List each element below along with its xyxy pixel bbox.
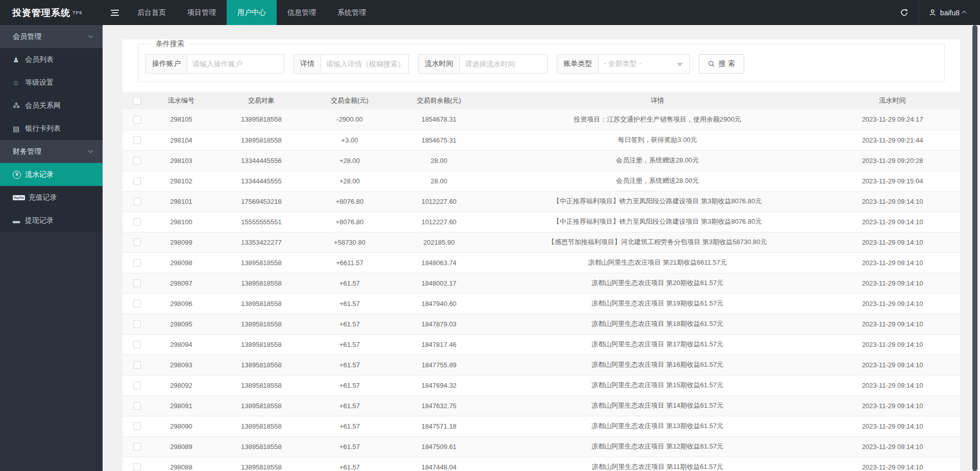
row-checkbox[interactable] xyxy=(133,463,141,471)
cell-amount: +61.57 xyxy=(311,355,388,375)
cell-detail: 凉都山阿里生态农庄项目 第16期收益61.57元 xyxy=(490,355,825,375)
chevron-down-icon xyxy=(88,148,93,153)
cell-amount: +61.57 xyxy=(311,314,388,334)
cell-account: 13895818558 xyxy=(211,416,311,436)
dropdown-arrow-icon xyxy=(677,63,683,66)
cell-amount: +8076.80 xyxy=(311,191,388,211)
sidebar-item-label: 充值记录 xyxy=(29,193,57,202)
nav-tab[interactable]: 系统管理 xyxy=(327,0,377,25)
cell-serial: 298088 xyxy=(151,457,211,471)
col-amount: 交易金额(元) xyxy=(311,92,388,109)
app-edition: TP6 xyxy=(72,10,83,15)
table-row: 298094 13895818558 +61.57 1847817.46 凉都山… xyxy=(122,334,960,355)
cell-detail: 【感恩节加推福利项目】河北建筑工程劳务分包项目 第3期收益58730.80元 xyxy=(490,232,825,252)
cell-balance: 1847571.18 xyxy=(388,416,490,436)
cell-detail: 凉都山阿里生态农庄项目 第17期收益61.57元 xyxy=(490,334,825,355)
cell-serial: 298097 xyxy=(151,273,211,293)
flow-time-input[interactable] xyxy=(460,54,548,74)
row-checkbox[interactable] xyxy=(133,259,141,267)
cell-amount: +61.57 xyxy=(311,416,388,436)
row-checkbox[interactable] xyxy=(133,300,141,308)
sidebar-item[interactable]: ▬ 提现记录 xyxy=(0,209,103,232)
row-checkbox[interactable] xyxy=(133,177,141,185)
row-checkbox[interactable] xyxy=(133,136,141,144)
cell-time: 2023-11-29 09:21:44 xyxy=(825,130,960,150)
sidebar-item[interactable]: ♟ 会员列表 xyxy=(0,48,103,71)
scrollbar-thumb[interactable] xyxy=(972,25,977,471)
table-row: 298105 13895818558 -2900.00 1854678.31 投… xyxy=(122,109,960,130)
operate-account-label: 操作账户 xyxy=(145,54,187,74)
row-checkbox[interactable] xyxy=(133,320,141,328)
cell-account: 13895818558 xyxy=(211,395,311,416)
cell-account: 13344445556 xyxy=(211,150,311,171)
cell-balance: 1847509.61 xyxy=(388,436,490,457)
col-time: 流水时间 xyxy=(825,92,960,109)
cell-serial: 298104 xyxy=(151,130,211,150)
cell-time: 2023-11-29 09:14:10 xyxy=(825,252,960,273)
cell-account: 17569453218 xyxy=(211,191,311,211)
row-checkbox[interactable] xyxy=(133,198,141,205)
sidebar-item[interactable]: ▤ 银行卡列表 xyxy=(0,117,103,140)
app-logo: 投资管理系统 TP6 xyxy=(0,0,103,25)
cell-serial: 298094 xyxy=(151,334,211,355)
sidebar-item-label: 提现记录 xyxy=(25,216,54,225)
user-menu[interactable]: baifu8 xyxy=(919,0,980,25)
detail-input[interactable] xyxy=(321,54,409,74)
search-button[interactable]: 搜 索 xyxy=(699,54,744,74)
cell-balance: 28.00 xyxy=(388,171,490,191)
row-checkbox[interactable] xyxy=(133,116,141,124)
row-checkbox[interactable] xyxy=(133,422,141,430)
search-conditions-fieldset: 条件搜索 操作账户 详情 流水时间 账单类型 - 全部类型 xyxy=(138,39,945,82)
cell-serial: 298092 xyxy=(151,375,211,395)
row-checkbox[interactable] xyxy=(133,279,141,287)
nav-tab[interactable]: 项目管理 xyxy=(177,0,227,25)
cell-time: 2023-11-29 09:20:28 xyxy=(825,150,960,171)
main-content: 条件搜索 操作账户 详情 流水时间 账单类型 - 全部类型 xyxy=(103,25,971,471)
sidebar-item[interactable]: ☆ 等级设置 xyxy=(0,71,103,94)
cell-serial: 298090 xyxy=(151,416,211,436)
cell-account: 13895818558 xyxy=(211,109,311,130)
sidebar-item[interactable]: ⁂ 会员关系网 xyxy=(0,94,103,117)
field-bill-type: 账单类型 - 全部类型 - xyxy=(557,54,690,74)
bill-type-select[interactable]: - 全部类型 - xyxy=(599,54,690,74)
cell-detail: 凉都山阿里生态农庄项目 第15期收益61.57元 xyxy=(490,375,825,395)
sidebar-item-label: 财务管理 xyxy=(13,147,41,156)
row-checkbox[interactable] xyxy=(133,218,141,226)
field-operate-account: 操作账户 xyxy=(145,54,284,74)
sidebar-item[interactable]: ¥ 流水记录 xyxy=(0,163,103,186)
nav-tab[interactable]: 用户中心 xyxy=(227,0,277,25)
hamburger-menu-icon[interactable] xyxy=(103,0,127,25)
cell-balance: 202185.90 xyxy=(388,232,490,252)
nav-tab[interactable]: 信息管理 xyxy=(277,0,327,25)
sidebar-item[interactable]: PayPal 充值记录 xyxy=(0,186,103,209)
row-checkbox[interactable] xyxy=(133,157,141,164)
table-row: 298101 17569453218 +8076.80 1012227.60 【… xyxy=(122,191,960,211)
cell-account: 13895818558 xyxy=(211,293,311,314)
row-checkbox[interactable] xyxy=(133,402,141,410)
cell-balance: 1848063.74 xyxy=(388,252,490,273)
cell-amount: +61.57 xyxy=(311,334,388,355)
cell-account: 13895818558 xyxy=(211,130,311,150)
cell-account: 13895818558 xyxy=(211,273,311,293)
operate-account-input[interactable] xyxy=(187,54,284,74)
table-row: 298090 13895818558 +61.57 1847571.18 凉都山… xyxy=(122,416,960,436)
flow-records-table: 流水编号 交易对象 交易金额(元) 交易前余额(元) 详情 流水时间 29810… xyxy=(122,92,960,471)
sidebar-item[interactable]: 会员管理 xyxy=(0,25,103,48)
sidebar-item[interactable]: 财务管理 xyxy=(0,140,103,163)
bill-type-label: 账单类型 xyxy=(557,54,599,74)
row-checkbox[interactable] xyxy=(133,443,141,451)
select-all-checkbox[interactable] xyxy=(133,97,141,105)
member-icon: ♟ xyxy=(13,56,25,63)
row-checkbox[interactable] xyxy=(133,361,141,369)
cell-time: 2023-11-29 09:14:10 xyxy=(825,211,960,232)
withdraw-icon: ▬ xyxy=(13,217,25,224)
cell-amount: +61.57 xyxy=(311,395,388,416)
row-checkbox[interactable] xyxy=(133,382,141,389)
cell-account: 13895818558 xyxy=(211,334,311,355)
row-checkbox[interactable] xyxy=(133,239,141,246)
row-checkbox[interactable] xyxy=(133,341,141,348)
vertical-scrollbar[interactable] xyxy=(971,25,980,471)
table-row: 298100 15555555551 +8076.80 1012227.60 【… xyxy=(122,211,960,232)
nav-tab[interactable]: 后台首页 xyxy=(127,0,177,25)
refresh-button[interactable] xyxy=(890,0,919,25)
